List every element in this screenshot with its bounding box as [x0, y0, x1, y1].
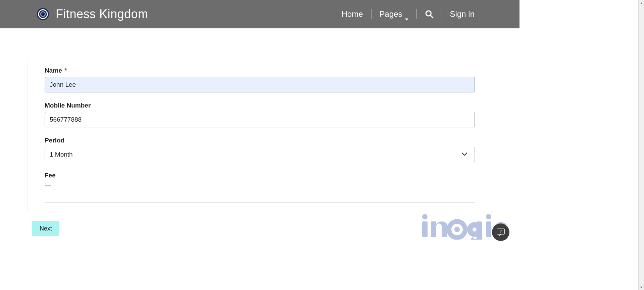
- search-icon: [425, 10, 434, 18]
- nav-signin-label: Sign in: [450, 9, 475, 19]
- period-selected-value: 1 Month: [50, 151, 73, 158]
- nav-search[interactable]: [417, 7, 442, 22]
- next-button[interactable]: Next: [32, 221, 59, 236]
- mobile-label: Mobile Number: [45, 102, 475, 109]
- nav-pages[interactable]: Pages: [371, 7, 416, 22]
- fee-value: —: [45, 182, 475, 189]
- nav-pages-label: Pages: [380, 9, 402, 19]
- scroll-thumb-area[interactable]: [639, 6, 644, 284]
- required-asterisk-icon: *: [64, 67, 67, 74]
- scroll-down-arrow-icon[interactable]: ▼: [639, 284, 644, 290]
- brand: Fitness Kingdom: [37, 7, 148, 21]
- form-actions: Next: [28, 213, 492, 236]
- help-chat-icon: ?: [496, 228, 505, 237]
- scroll-up-arrow-icon[interactable]: ▲: [639, 0, 644, 6]
- mobile-input[interactable]: [45, 112, 475, 127]
- main-nav: Home Pages Sign in: [334, 7, 483, 22]
- brand-title: Fitness Kingdom: [56, 7, 148, 21]
- field-period: Period 1 Month: [45, 137, 475, 162]
- chevron-down-icon: [405, 13, 408, 15]
- nav-home-label: Home: [342, 9, 363, 19]
- fee-label: Fee: [45, 172, 475, 179]
- site-header: Fitness Kingdom Home Pages: [0, 0, 519, 28]
- nav-home[interactable]: Home: [334, 7, 371, 22]
- help-button[interactable]: ?: [492, 223, 509, 241]
- brand-logo-icon: [37, 8, 49, 20]
- name-label: Name *: [45, 67, 475, 74]
- card-divider: [45, 202, 475, 203]
- name-label-text: Name: [45, 67, 62, 74]
- svg-text:?: ?: [500, 230, 502, 233]
- svg-line-4: [430, 15, 433, 18]
- form-card: Name * Mobile Number Period 1 Month: [28, 62, 492, 213]
- field-fee: Fee —: [45, 172, 475, 189]
- period-label: Period: [45, 137, 475, 144]
- main-content: Name * Mobile Number Period 1 Month: [0, 28, 519, 213]
- field-name: Name *: [45, 67, 475, 92]
- vertical-scrollbar[interactable]: ▲ ▼: [638, 0, 644, 290]
- nav-signin[interactable]: Sign in: [442, 7, 483, 22]
- name-input[interactable]: [45, 77, 475, 92]
- field-mobile: Mobile Number: [45, 102, 475, 127]
- period-select[interactable]: 1 Month: [45, 147, 475, 162]
